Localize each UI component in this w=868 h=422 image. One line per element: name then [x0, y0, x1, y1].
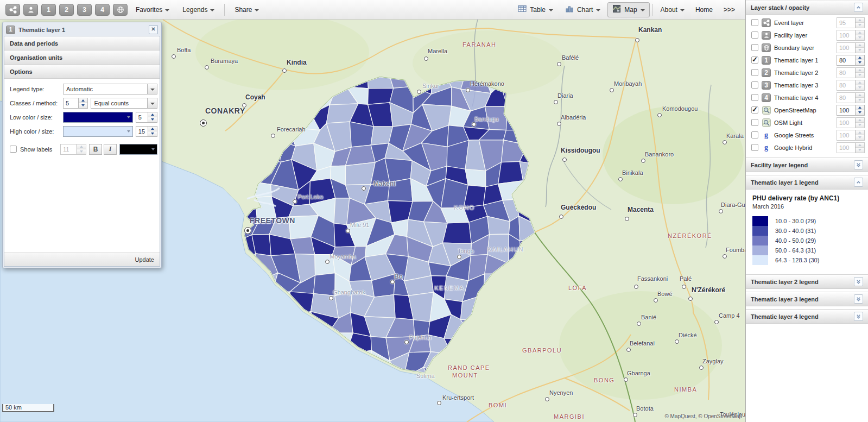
method-select[interactable]: Equal counts [91, 98, 157, 109]
layer-visibility-checkbox[interactable] [751, 32, 758, 39]
layer-opacity-stepper[interactable]: 100 [837, 117, 865, 128]
map-label: Nyenyen [549, 389, 573, 396]
more-toolbar-link[interactable]: >>> [719, 6, 740, 14]
layer-visibility-checkbox[interactable] [751, 56, 758, 64]
facility-icon[interactable] [23, 4, 38, 16]
chart-icon [565, 4, 574, 15]
map-label: Banankoro [645, 151, 674, 158]
high-size-spinner[interactable] [148, 127, 157, 136]
section-options[interactable]: Options [4, 65, 160, 79]
thematic3-legend-header[interactable]: Thematic layer 3 legend [746, 292, 868, 306]
bold-button[interactable]: B [89, 144, 102, 155]
expand-icon[interactable] [854, 277, 863, 286]
legend-range-label: 64.3 - 128.3 (30) [775, 257, 819, 263]
layer-opacity-stepper[interactable]: 80 [837, 92, 865, 103]
classes-value: 5 [64, 100, 78, 106]
chart-view-button[interactable]: Chart [560, 2, 605, 17]
close-icon[interactable]: ✕ [149, 25, 158, 34]
low-color-picker[interactable] [63, 112, 133, 123]
high-size-value: 15 [136, 128, 148, 135]
layer-visibility-checkbox[interactable] [751, 106, 758, 114]
map-attribution: © MapQuest, © OpenStreetMap [664, 413, 742, 419]
show-labels-checkbox[interactable] [10, 146, 17, 153]
city-marker [719, 209, 723, 213]
map-view-button[interactable]: Map [607, 2, 649, 17]
chevron-down-icon[interactable] [147, 84, 157, 94]
layer-opacity-spinner[interactable] [855, 80, 864, 90]
layer-opacity-stepper[interactable]: 80 [837, 67, 865, 78]
collapse-icon[interactable] [854, 3, 863, 12]
label-font-size-stepper[interactable]: 11 [60, 144, 86, 155]
facility-legend-header[interactable]: Facility layer legend [746, 158, 868, 172]
layer-stack-header[interactable]: Layer stack / opacity [746, 0, 868, 15]
layer-visibility-checkbox[interactable] [751, 44, 758, 51]
thematic-layer-3-icon[interactable]: 3 [77, 4, 92, 16]
layer-opacity-spinner[interactable] [855, 43, 864, 53]
layer-visibility-checkbox[interactable] [751, 131, 758, 138]
thematic-layer-4-icon[interactable]: 4 [95, 4, 110, 16]
high-color-picker[interactable] [63, 126, 133, 137]
legend-type-select[interactable]: Automatic [63, 84, 157, 95]
thematic1-legend-header[interactable]: Thematic layer 1 legend [746, 175, 868, 190]
chevron-down-icon[interactable] [147, 98, 157, 108]
layer-opacity-spinner[interactable] [855, 30, 864, 40]
update-button[interactable]: Update [135, 256, 154, 263]
city-marker [554, 100, 558, 104]
layer-visibility-checkbox[interactable] [751, 144, 758, 151]
favorites-menu[interactable]: Favorites [131, 3, 174, 16]
classes-method-label: Classes / method: [10, 100, 63, 106]
layer-opacity-spinner[interactable] [855, 105, 864, 115]
layer-visibility-checkbox[interactable] [751, 94, 758, 101]
thematic4-legend-header[interactable]: Thematic layer 4 legend [746, 309, 868, 324]
layer-opacity-stepper[interactable]: 100 [837, 130, 865, 141]
table-view-button[interactable]: Table [513, 2, 558, 17]
high-size-stepper[interactable]: 15 [136, 126, 157, 137]
layer-opacity-spinner[interactable] [855, 118, 864, 128]
layer-opacity-stepper[interactable]: 80 [837, 55, 865, 66]
layer-opacity-stepper[interactable]: 100 [837, 42, 865, 53]
label-font-size-spinner[interactable] [77, 144, 86, 154]
layer-opacity-stepper[interactable]: 100 [837, 105, 865, 116]
collapse-icon[interactable] [854, 178, 863, 187]
layer-opacity-spinner[interactable] [855, 143, 864, 153]
legends-menu[interactable]: Legends [178, 3, 219, 16]
boundary-icon[interactable] [113, 4, 128, 16]
thematic2-legend-header[interactable]: Thematic layer 2 legend [746, 274, 868, 289]
layer-opacity-spinner[interactable] [855, 130, 864, 140]
map-label: Pujehun [409, 334, 431, 341]
low-size-stepper[interactable]: 5 [136, 112, 157, 123]
map-label: Gbangbatok [333, 289, 365, 295]
layer-visibility-checkbox[interactable] [751, 119, 758, 126]
layer-opacity-spinner[interactable] [855, 68, 864, 78]
home-link[interactable]: Home [690, 6, 718, 14]
low-size-spinner[interactable] [148, 112, 157, 122]
expand-icon[interactable] [854, 160, 863, 169]
layer-opacity-spinner[interactable] [855, 55, 864, 65]
layer-opacity-spinner[interactable] [855, 18, 864, 28]
section-data-and-periods[interactable]: Data and periods [4, 36, 160, 51]
layer-visibility-checkbox[interactable] [751, 69, 758, 76]
event-icon[interactable] [5, 4, 20, 16]
layer-opacity-stepper[interactable]: 80 [837, 80, 865, 91]
expand-icon[interactable] [854, 312, 863, 321]
section-organisation-units[interactable]: Organisation units [4, 51, 160, 65]
thematic-layer-2-icon[interactable]: 2 [59, 4, 74, 16]
map-label: KENEMA [434, 285, 464, 291]
city-marker [424, 56, 428, 61]
layer-opacity-stepper[interactable]: 100 [837, 30, 865, 41]
city-marker [625, 217, 629, 221]
italic-button[interactable]: I [104, 144, 117, 155]
layer-opacity-stepper[interactable]: 95 [837, 17, 865, 28]
layer-opacity-spinner[interactable] [855, 93, 864, 103]
thematic-layer-1-icon[interactable]: 1 [41, 4, 56, 16]
expand-icon[interactable] [854, 294, 863, 304]
layer-visibility-checkbox[interactable] [751, 19, 758, 26]
classes-spinner[interactable] [78, 98, 87, 108]
share-menu[interactable]: Share [230, 3, 264, 16]
about-menu[interactable]: About [656, 3, 689, 16]
layer-opacity-stepper[interactable]: 100 [837, 142, 865, 153]
classes-stepper[interactable]: 5 [63, 98, 88, 109]
layer-visibility-checkbox[interactable] [751, 81, 758, 89]
label-color-picker[interactable] [119, 144, 157, 155]
window-titlebar[interactable]: 1 Thematic layer 1 ✕ [4, 23, 160, 36]
